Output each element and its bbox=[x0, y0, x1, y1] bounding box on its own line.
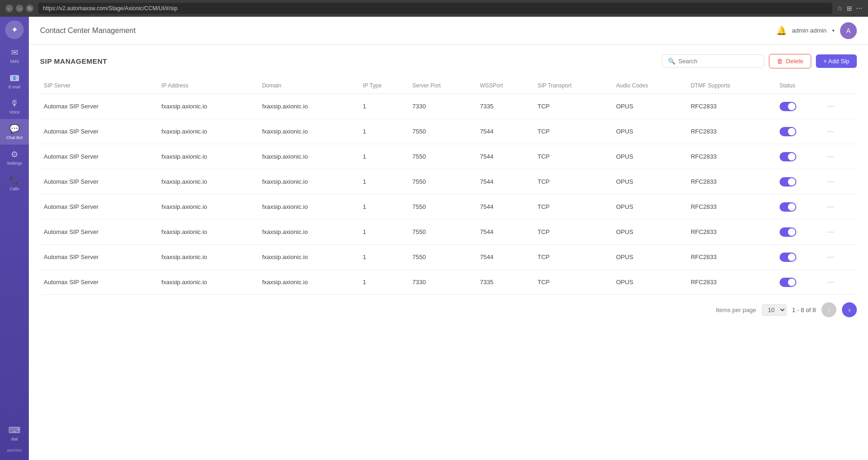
sip-table: SIP Server IP Address Domain IP Type Ser… bbox=[40, 78, 857, 295]
cell-5-row-0: 7335 bbox=[476, 94, 534, 119]
more-button-row-5[interactable]: ⋯ bbox=[825, 226, 836, 238]
table-row: Automax SIP Serverfxaxsip.axionic.iofxax… bbox=[40, 220, 857, 245]
cell-5-row-1: 7544 bbox=[476, 119, 534, 144]
cell-0-row-5: Automax SIP Server bbox=[40, 220, 158, 245]
cell-2-row-5: fxaxsip.axionic.io bbox=[258, 220, 359, 245]
cell-0-row-0: Automax SIP Server bbox=[40, 94, 158, 119]
more-button-row-6[interactable]: ⋯ bbox=[825, 251, 836, 263]
reload-button[interactable]: ↻ bbox=[26, 5, 34, 12]
cell-6-row-0: TCP bbox=[534, 94, 612, 119]
sidebar-item-settings[interactable]: ⚙ Settings bbox=[0, 145, 29, 170]
prev-page-button[interactable]: ‹ bbox=[821, 302, 836, 317]
sidebar-item-dial[interactable]: ⌨ dial bbox=[0, 420, 29, 446]
cell-1-row-3: fxaxsip.axionic.io bbox=[158, 169, 258, 194]
search-icon: 🔍 bbox=[668, 58, 675, 65]
cell-4-row-1: 7550 bbox=[409, 119, 476, 144]
more-button-row-1[interactable]: ⋯ bbox=[825, 125, 836, 138]
table-row: Automax SIP Serverfxaxsip.axionic.iofxax… bbox=[40, 270, 857, 295]
search-input[interactable] bbox=[678, 58, 758, 65]
sidebar-item-chatbot[interactable]: 💬 Chat Bot bbox=[0, 119, 29, 145]
notification-bell-icon[interactable]: 🔔 bbox=[776, 26, 787, 36]
next-page-button[interactable]: › bbox=[842, 302, 857, 317]
sidebar-item-email[interactable]: 📧 E-mail bbox=[0, 68, 29, 94]
cell-0-row-3: Automax SIP Server bbox=[40, 169, 158, 194]
add-sip-button[interactable]: + Add Sip bbox=[816, 54, 857, 68]
delete-button[interactable]: 🗑 Delete bbox=[769, 54, 811, 68]
col-server-port: Server Port bbox=[409, 78, 476, 94]
back-button[interactable]: ← bbox=[6, 5, 13, 12]
more-button-row-4[interactable]: ⋯ bbox=[825, 200, 836, 213]
cell-4-row-5: 7550 bbox=[409, 220, 476, 245]
cell-6-row-7: TCP bbox=[534, 270, 612, 295]
trash-icon: 🗑 bbox=[777, 58, 783, 65]
more-button-row-2[interactable]: ⋯ bbox=[825, 150, 836, 163]
add-sip-label: + Add Sip bbox=[823, 58, 849, 65]
status-cell-row-3 bbox=[776, 169, 821, 194]
cell-3-row-0: 1 bbox=[359, 94, 409, 119]
more-cell-row-6: ⋯ bbox=[821, 245, 857, 270]
forward-button[interactable]: → bbox=[16, 5, 23, 12]
chatbot-icon: 💬 bbox=[9, 124, 20, 134]
cell-3-row-1: 1 bbox=[359, 119, 409, 144]
more-cell-row-1: ⋯ bbox=[821, 119, 857, 144]
table-row: Automax SIP Serverfxaxsip.axionic.iofxax… bbox=[40, 94, 857, 119]
main-content: Contact Center Management 🔔 admin admin … bbox=[29, 17, 868, 460]
status-cell-row-7 bbox=[776, 270, 821, 295]
cell-1-row-1: fxaxsip.axionic.io bbox=[158, 119, 258, 144]
cell-6-row-4: TCP bbox=[534, 194, 612, 220]
status-cell-row-1 bbox=[776, 119, 821, 144]
voice-icon: 🎙 bbox=[10, 99, 19, 108]
browser-right-controls: ☆ ⊞ ⋯ bbox=[837, 5, 862, 12]
sidebar-item-sms[interactable]: ✉ SMS bbox=[0, 43, 29, 68]
cell-8-row-0: RFC2833 bbox=[687, 94, 776, 119]
status-toggle-row-5[interactable] bbox=[780, 227, 796, 237]
url-bar[interactable]: https://v2.automaxsw.com/Stage/Axionic/C… bbox=[38, 3, 832, 14]
more-button-row-7[interactable]: ⋯ bbox=[825, 276, 836, 288]
table-header: SIP Server IP Address Domain IP Type Ser… bbox=[40, 78, 857, 94]
status-toggle-row-7[interactable] bbox=[780, 278, 796, 287]
star-icon[interactable]: ☆ bbox=[837, 5, 843, 12]
col-ip-address: IP Address bbox=[158, 78, 258, 94]
status-toggle-row-3[interactable] bbox=[780, 177, 796, 187]
status-cell-row-5 bbox=[776, 220, 821, 245]
header-row: SIP Server IP Address Domain IP Type Ser… bbox=[40, 78, 857, 94]
cell-0-row-6: Automax SIP Server bbox=[40, 245, 158, 270]
cell-4-row-2: 7550 bbox=[409, 144, 476, 169]
table-row: Automax SIP Serverfxaxsip.axionic.iofxax… bbox=[40, 119, 857, 144]
search-box[interactable]: 🔍 bbox=[662, 54, 764, 68]
status-toggle-row-0[interactable] bbox=[780, 102, 796, 111]
sidebar-footer: axionicс bbox=[7, 448, 22, 453]
cell-6-row-6: TCP bbox=[534, 245, 612, 270]
sidebar-item-voice[interactable]: 🎙 Voice bbox=[0, 94, 29, 119]
more-button-row-0[interactable]: ⋯ bbox=[825, 100, 836, 113]
browser-controls[interactable]: ← → ↻ bbox=[6, 5, 34, 12]
more-cell-row-2: ⋯ bbox=[821, 144, 857, 169]
cell-3-row-6: 1 bbox=[359, 245, 409, 270]
sidebar-logo[interactable]: ✦ bbox=[5, 20, 24, 39]
status-toggle-row-4[interactable] bbox=[780, 202, 796, 212]
cell-5-row-6: 7544 bbox=[476, 245, 534, 270]
status-toggle-row-2[interactable] bbox=[780, 152, 796, 161]
pagination: Items per page 10 5 25 50 1 - 8 of 8 ‹ › bbox=[40, 295, 857, 317]
avatar-initials: A bbox=[846, 27, 850, 34]
cell-3-row-4: 1 bbox=[359, 194, 409, 220]
admin-name: admin admin bbox=[792, 27, 827, 34]
per-page-select[interactable]: 10 5 25 50 bbox=[762, 304, 787, 316]
cell-5-row-4: 7544 bbox=[476, 194, 534, 220]
status-toggle-row-6[interactable] bbox=[780, 253, 796, 262]
admin-chevron-icon[interactable]: ▾ bbox=[832, 28, 834, 33]
section-actions: 🔍 🗑 Delete + Add Sip bbox=[662, 54, 857, 68]
status-toggle-row-1[interactable] bbox=[780, 127, 796, 136]
extensions-icon[interactable]: ⊞ bbox=[847, 5, 852, 12]
cell-1-row-6: fxaxsip.axionic.io bbox=[158, 245, 258, 270]
more-button-row-3[interactable]: ⋯ bbox=[825, 175, 836, 188]
cell-1-row-7: fxaxsip.axionic.io bbox=[158, 270, 258, 295]
app-header: Contact Center Management 🔔 admin admin … bbox=[29, 17, 868, 45]
sidebar-item-label-email: E-mail bbox=[8, 85, 20, 89]
cell-8-row-5: RFC2833 bbox=[687, 220, 776, 245]
more-icon[interactable]: ⋯ bbox=[856, 5, 862, 12]
more-cell-row-5: ⋯ bbox=[821, 220, 857, 245]
avatar[interactable]: A bbox=[840, 22, 857, 39]
sidebar-item-calls[interactable]: 📞 Calls bbox=[0, 170, 29, 196]
cell-4-row-6: 7550 bbox=[409, 245, 476, 270]
